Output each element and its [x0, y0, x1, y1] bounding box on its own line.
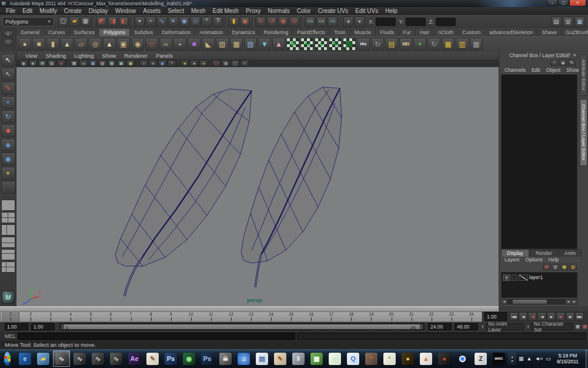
viewport-icon-wireframe-mode[interactable]: ○: [139, 60, 148, 67]
timeline-tick[interactable]: 2: [21, 312, 41, 321]
tool-show-manipulator-tool[interactable]: ⌖: [1, 167, 15, 180]
maya-logo-button[interactable]: M: [2, 291, 15, 304]
timeline-tick[interactable]: 5: [81, 312, 101, 321]
menu-edit[interactable]: Edit: [19, 8, 36, 14]
status-icon-snap-to-curves[interactable]: ∿: [157, 16, 167, 26]
panel-menu-shading[interactable]: Shading: [41, 52, 70, 59]
timeline-tick[interactable]: 14: [261, 312, 281, 321]
taskbar-app-cs-live[interactable]: ◉: [181, 350, 198, 367]
shelf-tool-poly-pipe[interactable]: ▣: [117, 38, 130, 51]
timeline-tick[interactable]: 20: [381, 312, 401, 321]
status-icon-sep-3[interactable]: [225, 16, 226, 27]
status-icon-snap-to-points[interactable]: ✕: [168, 16, 178, 26]
timeline-tick[interactable]: 24: [462, 312, 482, 321]
menu-window[interactable]: Window: [112, 8, 140, 14]
status-icon-select-hierarchy[interactable]: ◩: [96, 16, 106, 26]
shelf-tool-smiley-shape[interactable]: ☺: [145, 38, 158, 51]
channel-box-menu-object[interactable]: Object: [543, 67, 564, 74]
viewport-icon-grid-toggle[interactable]: ▦: [70, 60, 78, 67]
viewport-icon-vsep-2[interactable]: [136, 60, 138, 67]
shelf-tool-glow-lamp[interactable]: ▲: [272, 38, 285, 51]
taskbar-app-photoshop[interactable]: Ps: [162, 350, 179, 367]
status-icon-open-render-view[interactable]: ▭: [305, 16, 315, 26]
tool-paint-select-tool[interactable]: ✎: [1, 82, 15, 95]
viewport-icon-image-plane[interactable]: ▧: [48, 60, 56, 67]
shelf-tab-surfaces[interactable]: Surfaces: [70, 29, 100, 36]
status-icon-input-to-selected[interactable]: ↻: [256, 16, 266, 26]
taskbar-app-itunes[interactable]: ♫: [235, 350, 252, 367]
timeline-tick[interactable]: 16: [301, 312, 321, 321]
scroll-left-2-icon[interactable]: ◂: [566, 300, 571, 304]
playback-step-back-key[interactable]: |◀: [528, 312, 537, 321]
playback-step-forward-key[interactable]: ▶|: [556, 312, 565, 321]
layer-thumbnail[interactable]: [519, 274, 528, 281]
shelf-tab-fur[interactable]: Fur: [399, 29, 416, 36]
viewport-icon-vsep-1[interactable]: [67, 60, 68, 67]
shelf-tab-advancedskeleton[interactable]: advancedSkeleton: [485, 29, 537, 36]
playback-start-field[interactable]: [5, 323, 28, 330]
shelf-tool-poly-pyramid[interactable]: ▲: [103, 38, 116, 51]
viewport-icon-shaded-mode[interactable]: ●: [149, 60, 157, 67]
feather-mesh-right[interactable]: [241, 87, 342, 287]
shelf-tab-toon[interactable]: Toon: [330, 29, 350, 36]
shelf-tab-curves[interactable]: Curves: [44, 29, 70, 36]
close-button[interactable]: [569, 0, 586, 6]
animation-end-field[interactable]: [455, 323, 478, 330]
menu-display[interactable]: Display: [85, 8, 112, 14]
status-icon-lock-selection[interactable]: ▮: [229, 16, 239, 26]
layer-icon-layer-edit[interactable]: ▥: [552, 264, 559, 270]
minimize-button[interactable]: [547, 0, 558, 6]
tool-move-tool[interactable]: +: [1, 96, 15, 109]
shelf-tool-gold-cubes[interactable]: ▦: [442, 38, 455, 51]
status-icon-sep-2[interactable]: [131, 16, 132, 27]
taskbar-app-internet-explorer[interactable]: e: [16, 350, 34, 367]
shelf-tool-cubes-stack[interactable]: ▦: [230, 38, 243, 51]
layout-persp-top-layout[interactable]: [1, 237, 15, 248]
shelf-tool-uv-cut[interactable]: ✕: [286, 38, 299, 51]
taskbar-app-wrc[interactable]: WRC: [490, 350, 507, 367]
shelf-tool-plus-tool[interactable]: +: [413, 38, 426, 51]
shelf-tab-shave[interactable]: Shave: [537, 29, 562, 36]
timeline-tick[interactable]: 23: [442, 312, 462, 321]
anim-layer-dropdown[interactable]: No Anim Layer: [486, 323, 524, 330]
menu-set-dropdown[interactable]: Polygons ▼: [2, 17, 54, 26]
shelf-tab-animation[interactable]: Animation: [195, 29, 228, 36]
shelf-tool-uv-move[interactable]: +: [315, 38, 328, 51]
shelf-tool-poly-sphere[interactable]: ●: [18, 38, 31, 51]
taskbar-app-green-phone-app[interactable]: ◌: [326, 350, 343, 367]
shelf-tab-deformation[interactable]: Deformation: [158, 29, 195, 36]
z-coord-input[interactable]: [436, 18, 456, 26]
taskbar-app-vlc[interactable]: ▲: [417, 350, 435, 367]
taskbar-app-red-creature-app[interactable]: *: [363, 350, 380, 367]
timeline-tick[interactable]: 3: [41, 312, 61, 321]
taskbar-app-chrome[interactable]: [454, 350, 471, 367]
timeline-tick[interactable]: 18: [341, 312, 361, 321]
menu-modify[interactable]: Modify: [36, 8, 60, 14]
menu-color[interactable]: Color: [293, 8, 315, 14]
status-icon-select-object[interactable]: ◨: [108, 16, 118, 26]
sidebar-tab-channel-box-layer-editor[interactable]: Channel Box / Layer Editor: [580, 99, 587, 166]
shelf-tool-blue-notes[interactable]: ▤: [244, 38, 257, 51]
panel-close-icon[interactable]: ✕: [572, 52, 577, 58]
shelf-tool-uv-grid[interactable]: ▦: [343, 38, 356, 51]
timeline-tick[interactable]: 8: [141, 312, 161, 321]
viewport-icon-camera-bookmark[interactable]: ▤: [38, 60, 46, 67]
viewport-icon-camera-tumble[interactable]: ◉: [19, 60, 28, 67]
tool-lasso-tool[interactable]: ↖: [1, 68, 15, 81]
shelf-tool-uv-unfold[interactable]: ✕: [329, 38, 342, 51]
timeline-tick[interactable]: 9: [161, 312, 181, 321]
layer-tab-render[interactable]: Render: [530, 249, 558, 257]
tray-display-tray[interactable]: ▭: [546, 356, 551, 362]
current-time-field[interactable]: [485, 312, 507, 321]
menu-proxy[interactable]: Proxy: [242, 8, 265, 14]
tool-select-tool[interactable]: ↖: [1, 54, 15, 67]
menu-file[interactable]: File: [2, 8, 19, 14]
shelf-tool-poly-plane[interactable]: ▱: [75, 38, 88, 51]
shelf-tab-ncloth[interactable]: nCloth: [434, 29, 458, 36]
status-icon-highlight-selection[interactable]: ▣: [240, 16, 250, 26]
taskbar-app-gold-disc-app[interactable]: ●: [399, 350, 416, 367]
layer-scrollbar[interactable]: ◂ ◂ ▸: [501, 299, 577, 304]
timeline-tick[interactable]: 10: [181, 312, 201, 321]
taskbar-app-maya-session-3[interactable]: ∿: [89, 350, 106, 367]
clock[interactable]: 5:19 PM 8/15/2011: [557, 353, 579, 364]
